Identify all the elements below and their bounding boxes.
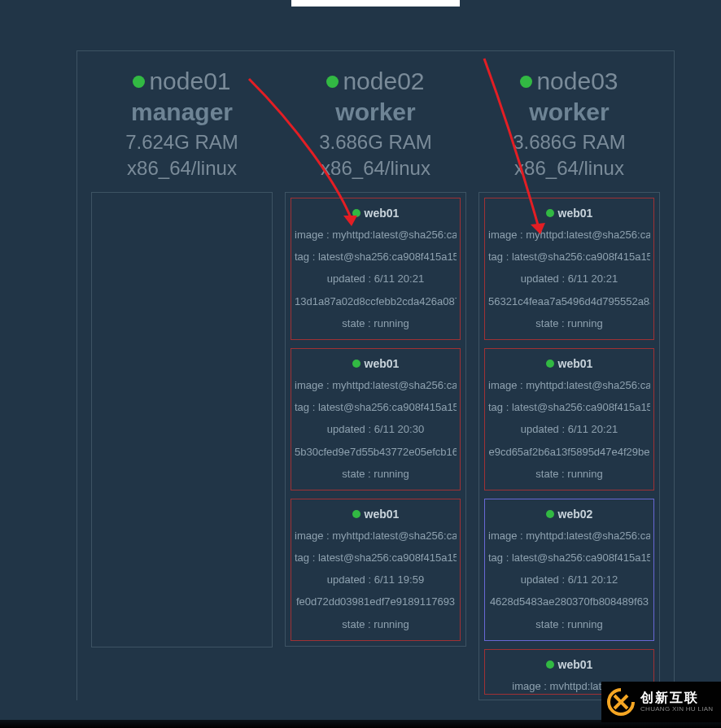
task-service: web01 — [365, 207, 400, 220]
node-ram: 3.686G RAM — [513, 131, 626, 154]
task-card[interactable]: web01 image : myhttpd:latest@sha256:ca t… — [291, 198, 461, 340]
task-updated: updated : 6/11 20:21 — [488, 272, 650, 286]
task-tag: tag : latest@sha256:ca908f415a15 — [295, 551, 457, 565]
task-service: web02 — [558, 508, 593, 521]
task-title: web02 — [488, 508, 650, 521]
node-title: node03 — [520, 68, 618, 95]
status-dot-icon — [546, 209, 554, 217]
node-arch: x86_64/linux — [127, 157, 237, 180]
node-role: worker — [335, 98, 415, 126]
task-state: state : running — [295, 467, 457, 482]
task-updated: updated : 6/11 19:59 — [295, 573, 457, 587]
status-dot-icon — [133, 76, 145, 88]
task-title: web01 — [295, 207, 457, 220]
task-tag: tag : latest@sha256:ca908f415a15 — [488, 400, 650, 415]
node-name: node03 — [536, 68, 618, 95]
task-service: web01 — [558, 357, 593, 370]
node-arch: x86_64/linux — [321, 157, 430, 180]
task-updated: updated : 6/11 20:21 — [295, 272, 457, 286]
task-updated: updated : 6/11 20:21 — [488, 422, 650, 437]
task-state: state : running — [295, 316, 457, 331]
task-updated: updated : 6/11 20:30 — [295, 422, 457, 437]
task-title: web01 — [488, 658, 650, 671]
task-image: image : myhttpd:latest@sha256:ca — [488, 529, 650, 543]
task-id: 5b30cfed9e7d55b43772e05efcb16 — [295, 445, 457, 460]
node-column-node03: node03 worker 3.686G RAM x86_64/linux we… — [478, 68, 660, 700]
task-id: 13d1a87a02d8ccfebb2cda426a087 — [295, 294, 457, 309]
task-card[interactable]: web01 image : myhttpd:latest@sha256:ca t… — [484, 348, 654, 490]
status-dot-icon — [520, 76, 532, 88]
status-dot-icon — [326, 76, 339, 88]
task-service: web01 — [558, 658, 593, 671]
node-column-node01: node01 manager 7.624G RAM x86_64/linux — [91, 68, 273, 700]
task-image: image : myhttpd:latest@sha256:ca — [295, 378, 457, 393]
task-card[interactable]: web02 image : myhttpd:latest@sha256:ca t… — [484, 499, 654, 641]
status-dot-icon — [352, 360, 360, 368]
node-role: manager — [131, 98, 233, 126]
task-title: web01 — [488, 207, 650, 220]
task-title: web01 — [488, 357, 650, 370]
node-role: worker — [529, 98, 609, 126]
tasks-container: web01 image : myhttpd:latest@sha256:ca t… — [478, 192, 660, 700]
task-image: image : myhttpd:latest@sha256:ca — [295, 228, 457, 242]
task-title: web01 — [295, 508, 457, 521]
watermark: 创新互联 CHUANG XIN HU LIAN — [601, 682, 721, 722]
task-title: web01 — [295, 357, 457, 370]
task-image: image : myhttpd:latest@sha256:ca — [488, 228, 650, 242]
task-card[interactable]: web01 image : myhttpd:latest@sha256:ca t… — [484, 198, 654, 340]
task-id: 56321c4feaa7a5496d4d795552a8a — [488, 294, 650, 309]
task-image: image : myhttpd:latest@sha256:ca — [295, 529, 457, 543]
tasks-container: web01 image : myhttpd:latest@sha256:ca t… — [285, 192, 466, 647]
task-state: state : running — [488, 617, 650, 632]
node-column-node02: node02 worker 3.686G RAM x86_64/linux we… — [285, 68, 466, 700]
status-dot-icon — [546, 360, 554, 368]
top-white-box — [291, 0, 460, 7]
task-card[interactable]: web01 image : myhttpd:latest@sha256:ca t… — [291, 499, 461, 641]
task-tag: tag : latest@sha256:ca908f415a15 — [295, 400, 457, 415]
task-image: image : myhttpd:latest@sha256:ca — [488, 378, 650, 393]
watermark-logo-icon — [606, 687, 636, 717]
task-state: state : running — [488, 467, 650, 482]
task-service: web01 — [558, 207, 593, 220]
node-arch: x86_64/linux — [514, 157, 624, 180]
watermark-cn: 创新互联 — [640, 691, 713, 704]
status-dot-icon — [546, 510, 554, 518]
task-service: web01 — [365, 508, 400, 521]
task-card[interactable]: web01 image : myhttpd:latest@sha256:ca t… — [291, 348, 461, 490]
tasks-container — [91, 192, 273, 647]
task-tag: tag : latest@sha256:ca908f415a15 — [488, 551, 650, 565]
task-tag: tag : latest@sha256:ca908f415a15 — [488, 250, 650, 264]
status-dot-icon — [352, 209, 360, 217]
task-service: web01 — [365, 357, 400, 370]
task-tag: tag : latest@sha256:ca908f415a15 — [295, 250, 457, 264]
node-name: node02 — [343, 68, 424, 95]
node-title: node01 — [133, 68, 230, 95]
node-title: node02 — [326, 68, 424, 95]
status-dot-icon — [352, 510, 360, 518]
task-updated: updated : 6/11 20:12 — [488, 573, 650, 587]
task-state: state : running — [488, 316, 650, 331]
node-name: node01 — [149, 68, 230, 95]
swarm-visualizer: node01 manager 7.624G RAM x86_64/linux n… — [76, 50, 675, 700]
watermark-text: 创新互联 CHUANG XIN HU LIAN — [640, 691, 713, 713]
task-id: fe0d72dd03981edf7e9189117693 — [295, 595, 457, 609]
node-ram: 3.686G RAM — [319, 131, 432, 154]
status-dot-icon — [546, 660, 554, 669]
task-id: 4628d5483ae280370fb808489f63 — [488, 595, 650, 609]
task-id: e9cd65af2b6a13f5895d47e4f29be — [488, 445, 650, 460]
node-ram: 7.624G RAM — [125, 131, 238, 154]
task-state: state : running — [295, 617, 457, 632]
watermark-en: CHUANG XIN HU LIAN — [640, 706, 713, 713]
